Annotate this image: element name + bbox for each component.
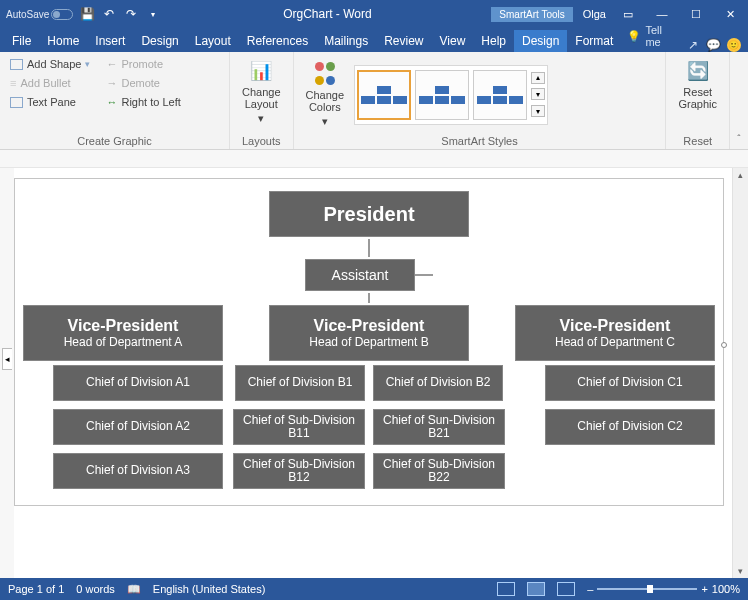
node-subdiv-b11[interactable]: Chief of Sub-Division B11 bbox=[233, 409, 365, 445]
vertical-scrollbar[interactable]: ▴ ▾ bbox=[732, 168, 748, 578]
horizontal-ruler bbox=[0, 150, 748, 168]
group-label-create-graphic: Create Graphic bbox=[6, 133, 223, 149]
right-to-left-button[interactable]: ↔Right to Left bbox=[102, 94, 184, 110]
node-vp-b[interactable]: Vice-President Head of Department B bbox=[269, 305, 469, 361]
node-subdiv-b22[interactable]: Chief of Sub-Division B22 bbox=[373, 453, 505, 489]
read-mode-icon[interactable] bbox=[497, 582, 515, 596]
tab-help[interactable]: Help bbox=[473, 30, 514, 52]
smartart-tools-tab: SmartArt Tools bbox=[491, 7, 572, 22]
style-item-2[interactable] bbox=[415, 70, 469, 120]
gallery-down-icon[interactable]: ▾ bbox=[531, 88, 545, 100]
style-item-3[interactable] bbox=[473, 70, 527, 120]
scroll-up-icon[interactable]: ▴ bbox=[734, 168, 748, 182]
gallery-scroll: ▴ ▾ ▾ bbox=[531, 70, 545, 120]
tell-me[interactable]: 💡Tell me bbox=[621, 20, 682, 52]
node-division-a2[interactable]: Chief of Division A2 bbox=[53, 409, 223, 445]
scroll-down-icon[interactable]: ▾ bbox=[734, 564, 748, 578]
qat-customize-icon[interactable]: ▾ bbox=[145, 6, 161, 22]
demote-icon: → bbox=[106, 77, 117, 89]
promote-button[interactable]: ←Promote bbox=[102, 56, 184, 72]
web-layout-icon[interactable] bbox=[557, 582, 575, 596]
share-icon[interactable]: ↗ bbox=[683, 38, 703, 52]
tab-smartart-design[interactable]: Design bbox=[514, 30, 567, 52]
node-division-a1[interactable]: Chief of Division A1 bbox=[53, 365, 223, 401]
smartart-graphic[interactable]: President Assistant Vice-President Head … bbox=[14, 178, 724, 506]
page-indicator[interactable]: Page 1 of 1 bbox=[8, 583, 64, 595]
save-icon[interactable]: 💾 bbox=[79, 6, 95, 22]
tab-layout[interactable]: Layout bbox=[187, 30, 239, 52]
group-label-styles: SmartArt Styles bbox=[300, 133, 660, 149]
node-vp-a[interactable]: Vice-President Head of Department A bbox=[23, 305, 223, 361]
tab-review[interactable]: Review bbox=[376, 30, 431, 52]
zoom-out-button[interactable]: – bbox=[587, 583, 593, 595]
close-icon[interactable]: ✕ bbox=[718, 4, 742, 24]
node-division-c1[interactable]: Chief of Division C1 bbox=[545, 365, 715, 401]
ribbon-tabs: File Home Insert Design Layout Reference… bbox=[0, 28, 748, 52]
lightbulb-icon: 💡 bbox=[627, 30, 641, 43]
reset-icon: 🔄 bbox=[685, 58, 711, 84]
spellcheck-icon[interactable]: 📖 bbox=[127, 583, 141, 596]
add-bullet-button[interactable]: ≡Add Bullet bbox=[6, 75, 94, 91]
status-bar: Page 1 of 1 0 words 📖 English (United St… bbox=[0, 578, 748, 600]
tab-home[interactable]: Home bbox=[39, 30, 87, 52]
autosave-label: AutoSave bbox=[6, 9, 49, 20]
zoom-in-button[interactable]: + bbox=[701, 583, 707, 595]
tab-file[interactable]: File bbox=[4, 30, 39, 52]
text-pane-button[interactable]: Text Pane bbox=[6, 94, 94, 110]
tab-view[interactable]: View bbox=[432, 30, 474, 52]
bullet-icon: ≡ bbox=[10, 77, 16, 89]
node-subdiv-b12[interactable]: Chief of Sub-Division B12 bbox=[233, 453, 365, 489]
zoom-slider[interactable] bbox=[597, 588, 697, 590]
node-assistant[interactable]: Assistant bbox=[305, 259, 415, 291]
autosave-toggle[interactable]: AutoSave bbox=[6, 9, 73, 20]
feedback-icon[interactable]: 🙂 bbox=[724, 38, 744, 52]
gallery-more-icon[interactable]: ▾ bbox=[531, 105, 545, 117]
zoom-level[interactable]: 100% bbox=[712, 583, 740, 595]
text-pane-icon bbox=[10, 97, 23, 108]
node-division-c2[interactable]: Chief of Division C2 bbox=[545, 409, 715, 445]
print-layout-icon[interactable] bbox=[527, 582, 545, 596]
resize-handle[interactable] bbox=[721, 342, 727, 348]
tab-references[interactable]: References bbox=[239, 30, 316, 52]
tab-mailings[interactable]: Mailings bbox=[316, 30, 376, 52]
style-item-1[interactable] bbox=[357, 70, 411, 120]
gallery-up-icon[interactable]: ▴ bbox=[531, 72, 545, 84]
node-vp-c[interactable]: Vice-President Head of Department C bbox=[515, 305, 715, 361]
demote-button[interactable]: →Demote bbox=[102, 75, 184, 91]
ribbon: Add Shape ▾ ≡Add Bullet Text Pane ←Promo… bbox=[0, 52, 748, 150]
promote-icon: ← bbox=[106, 58, 117, 70]
collapse-ribbon-icon[interactable]: ˆ bbox=[737, 134, 740, 145]
node-division-b1[interactable]: Chief of Division B1 bbox=[235, 365, 365, 401]
smiley-icon: 🙂 bbox=[727, 38, 741, 52]
word-count[interactable]: 0 words bbox=[76, 583, 115, 595]
tab-design-main[interactable]: Design bbox=[133, 30, 186, 52]
tab-insert[interactable]: Insert bbox=[87, 30, 133, 52]
vertical-ruler: ◂ bbox=[0, 168, 14, 578]
smartart-styles-gallery: ▴ ▾ ▾ bbox=[354, 65, 548, 125]
comments-icon[interactable]: 💬 bbox=[703, 38, 723, 52]
node-division-b2[interactable]: Chief of Division B2 bbox=[373, 365, 503, 401]
group-label-reset: Reset bbox=[672, 133, 723, 149]
change-layout-button[interactable]: 📊 Change Layout ▾ bbox=[236, 56, 287, 133]
document-title: OrgChart - Word bbox=[283, 7, 371, 21]
node-president[interactable]: President bbox=[269, 191, 469, 237]
user-name[interactable]: Olga bbox=[583, 8, 606, 20]
add-shape-icon bbox=[10, 59, 23, 70]
node-subdiv-b21[interactable]: Chief of Sun-Division B21 bbox=[373, 409, 505, 445]
group-label-layouts: Layouts bbox=[236, 133, 287, 149]
text-pane-expand-handle[interactable]: ◂ bbox=[2, 348, 12, 370]
undo-icon[interactable]: ↶ bbox=[101, 6, 117, 22]
maximize-icon[interactable]: ☐ bbox=[684, 4, 708, 24]
document-canvas[interactable]: President Assistant Vice-President Head … bbox=[14, 168, 732, 578]
rtl-icon: ↔ bbox=[106, 96, 117, 108]
zoom-control: – + 100% bbox=[587, 583, 740, 595]
change-colors-button[interactable]: Change Colors ▾ bbox=[300, 59, 351, 130]
change-layout-icon: 📊 bbox=[248, 58, 274, 84]
node-division-a3[interactable]: Chief of Division A3 bbox=[53, 453, 223, 489]
window-title: OrgChart - Word bbox=[167, 7, 487, 21]
tab-smartart-format[interactable]: Format bbox=[567, 30, 621, 52]
language-indicator[interactable]: English (United States) bbox=[153, 583, 266, 595]
reset-graphic-button[interactable]: 🔄 Reset Graphic bbox=[672, 56, 723, 133]
add-shape-button[interactable]: Add Shape ▾ bbox=[6, 56, 94, 72]
redo-icon[interactable]: ↷ bbox=[123, 6, 139, 22]
